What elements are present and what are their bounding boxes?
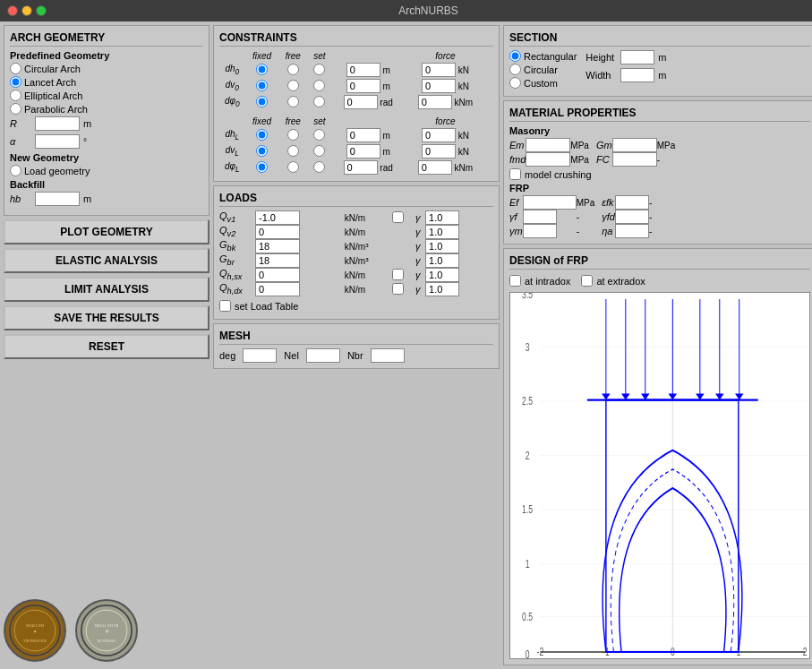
dh0-fixed-radio-cell[interactable]	[245, 62, 279, 78]
gbk-input[interactable]	[255, 239, 300, 253]
dv0-free-radio-cell[interactable]	[278, 78, 307, 94]
dhL-free-radio[interactable]	[287, 129, 299, 141]
lancet-arch-radio[interactable]	[10, 76, 21, 88]
qhsx-gamma-input[interactable]	[425, 268, 459, 282]
set-load-table-checkbox[interactable]	[219, 300, 231, 312]
save-results-button[interactable]: SAVE THE RESULTS	[4, 305, 209, 330]
circular-option[interactable]: Circular	[509, 64, 577, 75]
dphiL-fixed-radio[interactable]	[256, 161, 268, 173]
reset-button[interactable]: RESET	[4, 334, 209, 359]
dv0-set-radio-cell[interactable]	[307, 78, 331, 94]
dh0-free-radio-cell[interactable]	[278, 62, 307, 78]
extradox-checkbox[interactable]	[581, 275, 593, 287]
dphi0-force-input[interactable]	[418, 95, 452, 109]
gbr-input[interactable]	[255, 253, 300, 268]
qhdx-gamma-input[interactable]	[425, 282, 459, 296]
dphi0-set-input[interactable]	[344, 95, 378, 109]
nbr-input[interactable]: 90	[371, 348, 405, 363]
elastic-analysis-button[interactable]: ELASTIC ANALYSIS	[4, 248, 209, 273]
gm2-input[interactable]: 1.35	[523, 224, 557, 238]
fmd-input[interactable]: 2.4	[526, 152, 570, 167]
dh0-fixed-radio[interactable]	[256, 64, 268, 75]
maximize-button[interactable]	[36, 5, 47, 16]
elliptical-arch-option[interactable]: Elliptical Arch	[10, 90, 203, 101]
qv1-gamma-input[interactable]	[425, 210, 459, 225]
r-input[interactable]: 2.0	[35, 116, 80, 131]
dvL-free-radio[interactable]	[287, 145, 299, 157]
width-input[interactable]: 0.4	[620, 68, 654, 82]
dh0-set-input[interactable]	[346, 63, 380, 77]
custom-radio[interactable]	[509, 77, 521, 89]
rectangular-radio[interactable]	[509, 50, 521, 62]
dphiL-force-input[interactable]	[418, 160, 452, 175]
model-crushing-checkbox[interactable]	[509, 168, 521, 180]
gbk-gamma-input[interactable]	[425, 239, 459, 253]
dvL-set-input[interactable]	[346, 144, 380, 159]
dv0-set-radio[interactable]	[313, 80, 325, 91]
alpha-input[interactable]: 60	[35, 134, 80, 149]
window-controls[interactable]	[7, 5, 47, 16]
load-geometry-option[interactable]: Load geometry	[10, 165, 203, 176]
em-input[interactable]: 1200	[526, 138, 570, 152]
dphi0-set-radio-cell[interactable]	[307, 94, 331, 110]
na-input[interactable]: 0.95	[615, 224, 649, 238]
dhL-force-input[interactable]	[422, 128, 456, 142]
lancet-arch-option[interactable]: Lancet Arch	[10, 76, 203, 88]
gm-input[interactable]: 400	[612, 138, 657, 152]
elliptical-arch-radio[interactable]	[10, 90, 21, 101]
rectangular-option[interactable]: Rectangular	[509, 50, 577, 62]
intradox-checkbox[interactable]	[509, 275, 521, 287]
dv0-fixed-radio[interactable]	[256, 80, 268, 91]
height-input[interactable]: 0.15	[620, 50, 654, 64]
dphiL-free-radio[interactable]	[287, 161, 299, 173]
gfd-input[interactable]: 1.2	[615, 210, 649, 224]
ef-input[interactable]: 230000	[523, 195, 577, 210]
custom-option[interactable]: Custom	[509, 77, 577, 89]
dphiL-set-radio[interactable]	[313, 161, 325, 173]
qhdx-checkbox[interactable]	[392, 283, 404, 295]
close-button[interactable]	[7, 5, 18, 16]
parabolic-arch-option[interactable]: Parabolic Arch	[10, 103, 203, 115]
dv0-free-radio[interactable]	[287, 80, 299, 91]
dh0-force-input[interactable]	[422, 63, 456, 77]
circular-arch-option[interactable]: Circular Arch	[10, 63, 203, 74]
qhdx-input[interactable]	[255, 282, 300, 296]
nel-input[interactable]: 90	[306, 348, 340, 363]
deg-input[interactable]: 3	[243, 348, 277, 363]
dphi0-fixed-radio[interactable]	[256, 96, 268, 107]
dh0-set-radio-cell[interactable]	[307, 62, 331, 78]
dv0-fixed-radio-cell[interactable]	[245, 78, 279, 94]
dphi0-set-radio[interactable]	[313, 96, 325, 107]
dv0-force-input[interactable]	[422, 79, 456, 93]
dphi0-free-radio[interactable]	[287, 96, 299, 107]
dv0-set-input[interactable]	[346, 79, 380, 93]
circular-radio[interactable]	[509, 64, 521, 75]
dphi0-free-radio-cell[interactable]	[278, 94, 307, 110]
qv2-gamma-input[interactable]	[425, 225, 459, 239]
efk-input[interactable]: 0.02	[615, 195, 649, 210]
gbr-gamma-input[interactable]	[425, 253, 459, 268]
qhsx-input[interactable]	[255, 268, 300, 282]
dhL-fixed-radio[interactable]	[256, 129, 268, 141]
gf-input[interactable]: 1.0	[523, 210, 557, 224]
plot-geometry-button[interactable]: PLOT GEOMETRY	[4, 219, 209, 244]
dhL-set-input[interactable]	[346, 128, 380, 142]
dvL-force-input[interactable]	[422, 144, 456, 159]
minimize-button[interactable]	[21, 5, 32, 16]
circular-arch-radio[interactable]	[10, 63, 21, 74]
qv2-input[interactable]	[255, 225, 300, 239]
fc-input[interactable]: 1.35	[612, 152, 657, 167]
qv1-input[interactable]	[255, 210, 300, 225]
dhL-set-radio[interactable]	[313, 129, 325, 141]
dphiL-set-input[interactable]	[344, 160, 378, 175]
hb-input[interactable]: 2.5	[35, 192, 80, 206]
parabolic-arch-radio[interactable]	[10, 103, 21, 115]
dvL-fixed-radio[interactable]	[256, 145, 268, 157]
qv1-checkbox[interactable]	[392, 211, 404, 223]
qhsx-checkbox[interactable]	[392, 269, 404, 280]
dphi0-fixed-radio-cell[interactable]	[245, 94, 279, 110]
load-geometry-radio[interactable]	[10, 165, 21, 176]
limit-analysis-button[interactable]: LIMIT ANALYSIS	[4, 277, 209, 302]
dvL-set-radio[interactable]	[313, 145, 325, 157]
dh0-set-radio[interactable]	[313, 64, 325, 75]
